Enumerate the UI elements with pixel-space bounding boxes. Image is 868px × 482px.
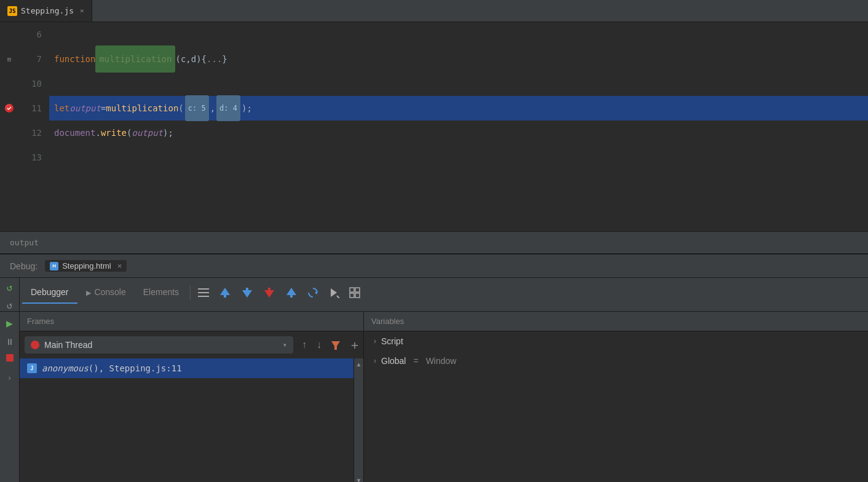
- svg-marker-9: [286, 288, 296, 295]
- thread-dropdown-icon[interactable]: ▾: [283, 341, 287, 349]
- frame-item-anonymous[interactable]: J anonymous (), Stepping.js:11: [20, 358, 353, 378]
- toolbar-refresh-icon[interactable]: [302, 285, 323, 301]
- code-editor: ⊞ 6 7 10 11 12 13 function multiplicatio…: [0, 22, 868, 231]
- line-num-7: 7: [18, 47, 42, 71]
- svg-rect-1: [198, 292, 209, 293]
- stop-button[interactable]: [6, 354, 14, 362]
- var-chevron-script: ›: [374, 337, 376, 346]
- html-file-icon: H: [50, 262, 58, 271]
- toolbar-menu-icon[interactable]: [193, 286, 214, 299]
- svg-marker-6: [242, 290, 252, 298]
- line-num-11: 11: [18, 96, 42, 120]
- toolbar-grid-icon[interactable]: [344, 285, 365, 301]
- variables-title: Variables: [371, 317, 404, 326]
- write-paren-open: (: [127, 120, 132, 145]
- more-button[interactable]: ›: [7, 374, 12, 382]
- var-value-global: Window: [426, 356, 457, 366]
- line-num-10: 10: [18, 71, 42, 96]
- frames-scroll-area: J anonymous (), Stepping.js:11 ▲ ▼: [20, 358, 363, 482]
- svg-rect-15: [355, 288, 360, 292]
- frame-filter-button[interactable]: [328, 337, 344, 353]
- toolbar-stepout-icon[interactable]: [214, 284, 236, 301]
- play-button[interactable]: ▶: [6, 317, 13, 330]
- toolbar-stepup-icon[interactable]: [280, 284, 302, 301]
- thread-status-dot: [31, 341, 39, 349]
- keyword-function: function: [54, 47, 95, 71]
- frames-header: Frames: [20, 312, 363, 331]
- code-line-7: function multiplication (c,d) { ... }: [49, 47, 868, 71]
- svg-marker-11: [315, 291, 317, 294]
- toolbar-stepover2-icon[interactable]: [258, 284, 280, 301]
- fn-call: multiplication: [106, 96, 178, 120]
- svg-rect-2: [198, 296, 209, 297]
- output-bar: output: [0, 231, 868, 253]
- gutter-line-7: ⊞: [0, 47, 18, 71]
- debug-tab-close[interactable]: ×: [117, 261, 122, 271]
- gutter-line-6: [0, 22, 18, 47]
- svg-rect-4: [224, 295, 226, 298]
- tab-elements[interactable]: Elements: [135, 282, 187, 304]
- js-file-icon: JS: [7, 6, 17, 16]
- line-num-6: 6: [18, 22, 42, 47]
- svg-rect-0: [198, 288, 209, 290]
- add-frame-button[interactable]: +: [346, 338, 363, 352]
- frame-down-button[interactable]: ↓: [313, 337, 325, 353]
- paren-close: );: [242, 96, 252, 120]
- doc-object: document: [54, 120, 95, 145]
- debug-label: Debug:: [10, 261, 37, 271]
- tab-console[interactable]: ▶ Console: [77, 282, 135, 304]
- code-line-13: [49, 145, 868, 170]
- param-d: d: 4: [216, 95, 240, 121]
- tabs-and-toolbar: Debugger ▶ Console Elements: [20, 278, 868, 311]
- frames-title: Frames: [27, 317, 54, 326]
- debug-file-tab[interactable]: H Stepping.html ×: [45, 260, 127, 272]
- gutter-line-10: [0, 71, 18, 96]
- output-label: output: [10, 238, 39, 247]
- tab-label: Stepping.js: [21, 6, 74, 15]
- code-line-12: document . write ( output );: [49, 120, 868, 145]
- comma-space: ,: [210, 96, 215, 120]
- debug-file-name: Stepping.html: [62, 261, 111, 271]
- code-brace-close: }: [222, 47, 227, 71]
- scroll-controls: ▲ ▼: [353, 358, 363, 482]
- svg-rect-8: [268, 288, 270, 290]
- assign-op: =: [101, 96, 106, 120]
- tab-close-button[interactable]: ×: [80, 7, 84, 15]
- pause-button[interactable]: ⏸: [6, 337, 14, 347]
- var-item-script[interactable]: › Script: [364, 331, 868, 351]
- tab-debugger[interactable]: Debugger: [22, 282, 77, 304]
- expand-icon-7[interactable]: ⊞: [7, 56, 11, 63]
- resume-icon[interactable]: ↺: [7, 282, 13, 293]
- svg-line-13: [337, 296, 339, 298]
- var-name-script: Script: [381, 336, 403, 346]
- code-line-10: [49, 71, 868, 96]
- gutter-line-11[interactable]: [0, 96, 18, 120]
- line-num-13: 13: [18, 145, 42, 170]
- frame-text: anonymous: [42, 363, 89, 373]
- line-numbers: 6 7 10 11 12 13: [18, 22, 49, 231]
- var-output: output: [69, 96, 101, 120]
- frame-file-icon: J: [27, 363, 37, 373]
- code-ellipsis: ...: [207, 47, 222, 71]
- thread-selector[interactable]: Main Thread ▾: [25, 336, 293, 354]
- scroll-up-button[interactable]: ▲: [356, 361, 362, 368]
- thread-name: Main Thread: [44, 340, 278, 350]
- variables-panel: Variables › Script › Global = Window: [364, 312, 868, 482]
- paren-open: (: [178, 96, 183, 120]
- code-line-6: [49, 22, 868, 47]
- svg-rect-10: [290, 295, 293, 298]
- toolbar-separator-1: [190, 285, 191, 300]
- frame-up-button[interactable]: ↑: [298, 337, 310, 353]
- toolbar-cursor-icon[interactable]: [323, 285, 344, 301]
- scroll-down-button[interactable]: ▼: [356, 477, 362, 482]
- toolbar-stepinto-icon[interactable]: [236, 284, 258, 301]
- svg-marker-3: [220, 288, 230, 295]
- stepover-icon[interactable]: ↺: [7, 299, 13, 311]
- file-tab-stepping-js[interactable]: JS Stepping.js ×: [0, 0, 92, 22]
- code-params: (c,d): [175, 47, 201, 71]
- left-sidebar-controls: ↺ ↺: [0, 278, 20, 311]
- svg-marker-12: [331, 288, 337, 297]
- code-brace: {: [202, 47, 207, 71]
- breakpoint-dot-11[interactable]: [5, 104, 14, 113]
- var-item-global[interactable]: › Global = Window: [364, 351, 868, 371]
